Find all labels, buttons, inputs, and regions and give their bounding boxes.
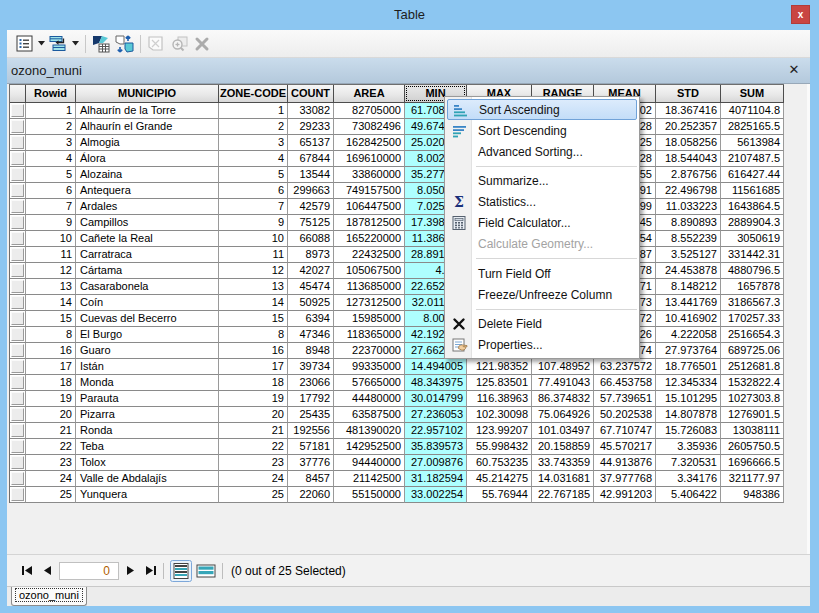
cell-range[interactable]: 22.767185 [532, 487, 594, 503]
cell-zone-code[interactable]: 12 [219, 263, 288, 279]
menu-item-properties[interactable]: Properties... [447, 335, 637, 356]
column-header-zone-code[interactable]: ZONE-CODE [219, 85, 288, 103]
cell-std[interactable]: 3.525127 [656, 247, 721, 263]
cell-range[interactable]: 75.064926 [532, 407, 594, 423]
row-selector[interactable] [10, 407, 26, 423]
cell-municipio[interactable]: Alhaurín de la Torre [76, 103, 219, 119]
cell-zone-code[interactable]: 8 [219, 327, 288, 343]
switch-selection-button[interactable] [114, 34, 134, 54]
cell-rowid[interactable]: 13 [26, 279, 76, 295]
related-tables-button[interactable] [48, 34, 68, 54]
cell-rowid[interactable]: 20 [26, 407, 76, 423]
menu-item-field-calculator[interactable]: Field Calculator... [447, 213, 637, 234]
menu-item-sort-ascending[interactable]: Sort Ascending [447, 99, 637, 120]
cell-std[interactable]: 12.345334 [656, 375, 721, 391]
column-header-area[interactable]: AREA [334, 85, 405, 103]
cell-mean[interactable]: 37.977768 [594, 471, 656, 487]
cell-count[interactable]: 25435 [288, 407, 334, 423]
cell-count[interactable]: 33082 [288, 103, 334, 119]
cell-rowid[interactable]: 21 [26, 423, 76, 439]
zoom-to-selected-button[interactable] [169, 34, 189, 54]
cell-sum[interactable]: 2825165.5 [721, 119, 784, 135]
cell-min[interactable]: 35.839573 [405, 439, 467, 455]
cell-mean[interactable]: 45.570217 [594, 439, 656, 455]
cell-std[interactable]: 10.416902 [656, 311, 721, 327]
cell-count[interactable]: 8948 [288, 343, 334, 359]
cell-max[interactable]: 60.753235 [467, 455, 532, 471]
clear-selection-button[interactable] [146, 34, 166, 54]
cell-sum[interactable]: 321177.97 [721, 471, 784, 487]
cell-std[interactable]: 13.441769 [656, 295, 721, 311]
cell-mean[interactable]: 57.739651 [594, 391, 656, 407]
cell-std[interactable]: 3.34176 [656, 471, 721, 487]
cell-rowid[interactable]: 11 [26, 247, 76, 263]
cell-zone-code[interactable]: 16 [219, 343, 288, 359]
cell-sum[interactable]: 2512681.8 [721, 359, 784, 375]
menu-item-delete-field[interactable]: Delete Field [447, 314, 637, 335]
menu-item-sort-descending[interactable]: Sort Descending [447, 120, 637, 141]
column-header-sum[interactable]: SUM [721, 85, 784, 103]
cell-area[interactable]: 127312500 [334, 295, 405, 311]
cell-sum[interactable]: 11561685 [721, 183, 784, 199]
cell-zone-code[interactable]: 15 [219, 311, 288, 327]
cell-std[interactable]: 20.252357 [656, 119, 721, 135]
cell-mean[interactable]: 50.202538 [594, 407, 656, 423]
cell-count[interactable]: 45474 [288, 279, 334, 295]
cell-area[interactable]: 33860000 [334, 167, 405, 183]
cell-sum[interactable]: 331442.31 [721, 247, 784, 263]
cell-sum[interactable]: 1657878 [721, 279, 784, 295]
cell-municipio[interactable]: Istán [76, 359, 219, 375]
row-selector[interactable] [10, 423, 26, 439]
cell-municipio[interactable]: Parauta [76, 391, 219, 407]
row-selector[interactable] [10, 231, 26, 247]
cell-max[interactable]: 55.998432 [467, 439, 532, 455]
row-selector[interactable] [10, 263, 26, 279]
row-selector[interactable] [10, 359, 26, 375]
cell-std[interactable]: 8.890893 [656, 215, 721, 231]
cell-municipio[interactable]: Guaro [76, 343, 219, 359]
cell-count[interactable]: 6394 [288, 311, 334, 327]
cell-mean[interactable]: 42.991203 [594, 487, 656, 503]
cell-area[interactable]: 55150000 [334, 487, 405, 503]
cell-area[interactable]: 99335000 [334, 359, 405, 375]
row-selector[interactable] [10, 151, 26, 167]
cell-min[interactable]: 33.002254 [405, 487, 467, 503]
cell-rowid[interactable]: 10 [26, 231, 76, 247]
cell-zone-code[interactable]: 14 [219, 295, 288, 311]
cell-mean[interactable]: 44.913876 [594, 455, 656, 471]
cell-rowid[interactable]: 12 [26, 263, 76, 279]
cell-sum[interactable]: 4071104.8 [721, 103, 784, 119]
last-record-button[interactable] [145, 565, 157, 576]
cell-zone-code[interactable]: 19 [219, 391, 288, 407]
related-tables-dropdown-arrow[interactable] [69, 34, 82, 54]
cell-area[interactable]: 73082496 [334, 119, 405, 135]
cell-zone-code[interactable]: 20 [219, 407, 288, 423]
cell-zone-code[interactable]: 18 [219, 375, 288, 391]
cell-std[interactable]: 14.807878 [656, 407, 721, 423]
cell-municipio[interactable]: Yunquera [76, 487, 219, 503]
cell-range[interactable]: 20.158859 [532, 439, 594, 455]
cell-rowid[interactable]: 25 [26, 487, 76, 503]
cell-min[interactable]: 30.014799 [405, 391, 467, 407]
cell-rowid[interactable]: 7 [26, 199, 76, 215]
column-header-count[interactable]: COUNT [288, 85, 334, 103]
cell-std[interactable]: 22.496798 [656, 183, 721, 199]
cell-zone-code[interactable]: 23 [219, 455, 288, 471]
cell-std[interactable]: 3.35936 [656, 439, 721, 455]
cell-zone-code[interactable]: 21 [219, 423, 288, 439]
cell-range[interactable]: 33.743359 [532, 455, 594, 471]
cell-zone-code[interactable]: 13 [219, 279, 288, 295]
cell-municipio[interactable]: Ardales [76, 199, 219, 215]
cell-sum[interactable]: 3050619 [721, 231, 784, 247]
cell-municipio[interactable]: Campillos [76, 215, 219, 231]
cell-max[interactable]: 116.38963 [467, 391, 532, 407]
cell-count[interactable]: 57181 [288, 439, 334, 455]
cell-municipio[interactable]: El Burgo [76, 327, 219, 343]
cell-sum[interactable]: 1532822.4 [721, 375, 784, 391]
cell-min[interactable]: 27.236053 [405, 407, 467, 423]
row-selector[interactable] [10, 471, 26, 487]
record-number-input[interactable]: 0 [59, 562, 119, 580]
cell-sum[interactable]: 1276901.5 [721, 407, 784, 423]
window-titlebar[interactable]: Table x [0, 0, 819, 30]
cell-min[interactable]: 48.343975 [405, 375, 467, 391]
